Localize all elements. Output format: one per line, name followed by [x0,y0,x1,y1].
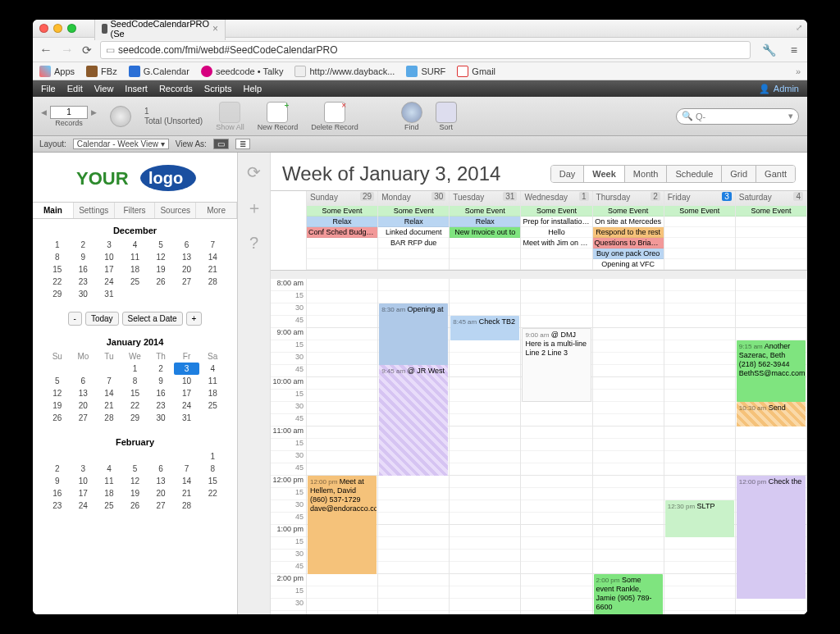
allday-event[interactable]: Some Event [307,206,377,217]
mini-cal-day[interactable]: 23 [44,499,71,512]
admin-user[interactable]: 👤Admin [759,84,799,94]
mini-cal-day[interactable]: 14 [174,475,200,487]
mini-cal-day[interactable]: 8 [122,375,148,387]
day-header[interactable]: Sunday29 [307,191,378,206]
view-as-form[interactable]: ▭ [213,139,229,149]
mini-cal-day[interactable]: 3 [71,463,97,475]
mini-cal-day[interactable]: 14 [96,387,122,399]
hamburger-icon[interactable]: ≡ [788,43,801,57]
dropdown-icon[interactable]: ▾ [788,111,793,121]
menu-file[interactable]: File [41,84,56,94]
sidebar-tab-filters[interactable]: Filters [115,203,156,218]
mini-cal-day[interactable]: 2 [71,239,97,251]
mini-cal-day[interactable]: 28 [174,499,200,512]
mini-cal-day[interactable]: 28 [96,412,122,424]
mini-cal-day[interactable]: 6 [71,375,97,387]
mini-cal-day[interactable]: 9 [44,475,71,487]
mini-cal-day[interactable]: 3 [96,239,122,251]
mini-cal-day[interactable]: 15 [44,263,71,276]
mini-cal-day[interactable]: 18 [199,387,226,399]
mini-cal-day[interactable]: 16 [71,263,97,276]
mini-cal-day[interactable]: 9 [148,375,174,387]
bookmark-gmail[interactable]: Gmail [457,66,495,77]
allday-event[interactable]: Some Event [664,206,735,217]
allday-event[interactable]: Relax [378,217,449,227]
mini-cal-day[interactable]: 15 [199,475,226,487]
mini-cal-day[interactable]: 26 [148,276,174,288]
record-navigator[interactable]: ◀ ▶ Records [41,106,97,127]
calendar-event[interactable]: 10:30 am Send [737,402,806,426]
bookmark-gcalendar[interactable]: G.Calendar [129,66,189,77]
calendar-event[interactable]: 9:00 am @ DMJ Here is a multi-line Line … [522,328,591,402]
mini-cal-day[interactable]: 18 [122,263,148,276]
mini-cal-day[interactable]: 5 [44,375,71,387]
menu-view[interactable]: View [94,84,114,94]
layout-select[interactable]: Calendar - Week View ▾ [73,139,169,149]
allday-event[interactable]: Respond to the rest [593,227,664,238]
mini-cal-day[interactable]: 30 [148,412,174,424]
mini-cal-day[interactable]: 6 [148,463,174,475]
next-month-button[interactable]: + [186,312,203,326]
mini-cal-day[interactable]: 19 [44,399,71,412]
bookmark-dayback[interactable]: http://www.dayback... [294,66,395,77]
allday-event[interactable]: Hello [521,227,591,238]
allday-event[interactable]: Buy one pack Oreo [593,249,664,259]
mini-cal-day[interactable]: 12 [44,387,71,399]
mini-cal-day[interactable]: 2 [148,363,174,375]
mini-cal-day[interactable]: 20 [71,399,97,412]
menu-help[interactable]: Help [243,84,262,94]
mini-cal-day[interactable]: 13 [148,475,174,487]
calendar-event[interactable]: 12:00 pm Meet at Hellem, David (860) 537… [308,476,377,574]
back-button[interactable]: ← [39,43,52,57]
close-tab-icon[interactable]: × [212,23,218,34]
mini-cal-day[interactable]: 11 [199,375,226,387]
allday-event[interactable]: New Invoice out to [450,227,520,238]
mini-cal-day[interactable]: 22 [199,487,226,499]
mini-cal-day[interactable]: 16 [148,387,174,399]
view-week[interactable]: Week [584,166,625,182]
mini-cal-day[interactable]: 7 [96,375,122,387]
mini-cal-day[interactable]: 1 [199,450,226,463]
day-header[interactable]: Thursday2 [593,191,664,206]
mini-cal-day[interactable]: 14 [199,251,226,263]
mini-cal-day[interactable]: 6 [174,239,200,251]
fullscreen-icon[interactable]: ⤢ [796,23,802,32]
zoom-window-icon[interactable] [67,24,76,33]
mini-cal-day[interactable]: 10 [174,375,200,387]
allday-event[interactable]: Questions to Brianna [593,238,664,249]
day-header[interactable]: Wednesday1 [521,191,592,206]
mini-cal-day[interactable]: 30 [71,288,97,300]
allday-event[interactable]: Some Event [736,206,806,217]
mini-cal-day[interactable]: 22 [122,399,148,412]
bookmarks-overflow-icon[interactable]: » [796,66,801,76]
allday-event[interactable]: Some Event [521,206,591,217]
mini-cal-day[interactable]: 25 [199,399,226,412]
sidebar-tab-settings[interactable]: Settings [74,203,115,218]
mini-cal-day[interactable]: 27 [174,276,200,288]
calendar-event[interactable]: 9:45 am @ JR West [379,365,448,476]
next-record-icon[interactable]: ▶ [91,108,97,116]
calendar-event[interactable]: 9:15 am Another Sazerac, Beth (218) 562-… [737,340,806,402]
mini-cal-day[interactable]: 13 [174,251,200,263]
prev-month-button[interactable]: - [68,312,82,326]
calendar-event[interactable]: 12:00 pm Check the [737,476,806,599]
delete-record-button[interactable]: × Delete Record [311,102,358,131]
mini-cal-day[interactable]: 4 [122,239,148,251]
mini-cal-day[interactable]: 23 [148,399,174,412]
allday-event[interactable]: On site at Mercedes [593,217,664,227]
calendar-event[interactable]: 2:00 pm Some event Rankle, Jamie (905) 7… [594,574,663,614]
bookmark-surf[interactable]: SURF [406,66,445,77]
mini-cal-day[interactable]: 3 [174,363,200,375]
mini-cal-day[interactable]: 2 [44,463,71,475]
mini-cal-day[interactable]: 25 [122,276,148,288]
day-column[interactable]: 9:15 am Another Sazerac, Beth (218) 562-… [736,279,807,614]
mini-cal-day[interactable]: 27 [71,412,97,424]
menu-records[interactable]: Records [159,84,193,94]
refresh-icon[interactable]: ⟳ [247,162,261,182]
allday-event[interactable]: Some Event [378,206,449,217]
menu-scripts[interactable]: Scripts [204,84,232,94]
day-column[interactable]: 12:30 pm SLTP [664,279,736,614]
mini-cal-day[interactable]: 5 [148,239,174,251]
mini-cal-day[interactable]: 28 [199,276,226,288]
help-icon[interactable]: ? [249,234,258,253]
